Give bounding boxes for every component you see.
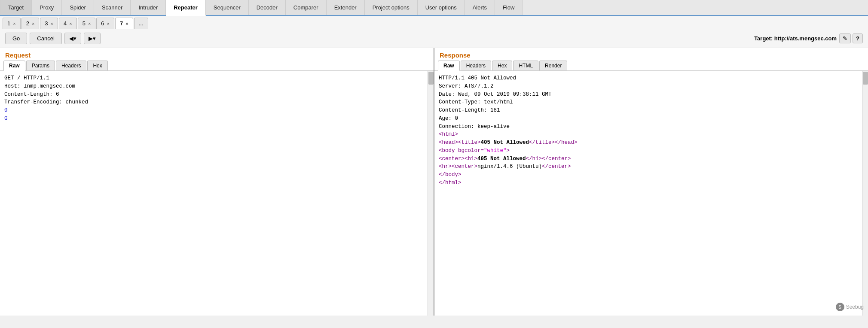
sub-tab-label: 2 bbox=[26, 20, 29, 27]
nav-tab-flow[interactable]: Flow bbox=[495, 0, 523, 15]
sub-tab-7[interactable]: 7× bbox=[115, 18, 133, 29]
forward-arrow: ▶ bbox=[89, 35, 93, 42]
back-button[interactable]: ◀▾ bbox=[64, 33, 81, 44]
nav-tab-spider[interactable]: Spider bbox=[62, 0, 94, 15]
request-panel: Request RawParamsHeadersHex GET / HTTP/1… bbox=[0, 48, 434, 316]
target-label: Target: http://ats.mengsec.com bbox=[754, 35, 837, 42]
response-line: <body bgcolor="white"> bbox=[439, 147, 858, 155]
forward-button[interactable]: ▶▾ bbox=[84, 33, 101, 44]
response-code: HTTP/1.1 405 Not AllowedServer: ATS/7.1.… bbox=[436, 74, 866, 187]
sub-tab-6[interactable]: 6× bbox=[96, 18, 114, 29]
response-line: Date: Wed, 09 Oct 2019 09:38:11 GMT bbox=[439, 91, 858, 99]
response-line: Age: 0 bbox=[439, 115, 858, 123]
request-tab-params[interactable]: Params bbox=[26, 61, 55, 70]
nav-tab-comparer[interactable]: Comparer bbox=[286, 0, 327, 15]
request-content: GET / HTTP/1.1Host: lnmp.mengsec.comCont… bbox=[0, 71, 434, 316]
request-line: Transfer-Encoding: chunked bbox=[4, 98, 423, 106]
request-tab-headers[interactable]: Headers bbox=[56, 61, 86, 70]
target-edit-button[interactable]: ✎ bbox=[839, 33, 851, 43]
sub-tab-2[interactable]: 2× bbox=[21, 18, 40, 29]
response-line: <head><title>405 Not Allowed</title></he… bbox=[439, 139, 858, 147]
response-tab-render[interactable]: Render bbox=[539, 61, 567, 70]
sub-tab-label: 3 bbox=[45, 20, 48, 27]
response-line: HTTP/1.1 405 Not Allowed bbox=[439, 74, 858, 82]
request-code: GET / HTTP/1.1Host: lnmp.mengsec.comCont… bbox=[2, 74, 432, 123]
nav-tab-proxy[interactable]: Proxy bbox=[32, 0, 62, 15]
sub-tab-...[interactable]: ... bbox=[134, 18, 148, 29]
sub-tab-close[interactable]: × bbox=[107, 21, 110, 26]
nav-tab-extender[interactable]: Extender bbox=[327, 0, 365, 15]
response-content: HTTP/1.1 405 Not AllowedServer: ATS/7.1.… bbox=[434, 71, 868, 316]
back-arrow: ◀ bbox=[69, 35, 73, 42]
nav-tab-user-options[interactable]: User options bbox=[418, 0, 465, 15]
nav-tab-intruder[interactable]: Intruder bbox=[131, 0, 166, 15]
sub-tab-4[interactable]: 4× bbox=[59, 18, 77, 29]
seebug-label: Seebug bbox=[846, 304, 864, 310]
request-line: Content-Length: 6 bbox=[4, 91, 423, 99]
sub-tab-5[interactable]: 5× bbox=[78, 18, 96, 29]
top-nav: TargetProxySpiderScannerIntruderRepeater… bbox=[0, 0, 868, 16]
main-area: Request RawParamsHeadersHex GET / HTTP/1… bbox=[0, 48, 868, 316]
response-line: <html> bbox=[439, 131, 858, 139]
request-scrollbar-thumb[interactable] bbox=[428, 72, 434, 85]
response-line: <hr><center>nginx/1.4.6 (Ubuntu)</center… bbox=[439, 163, 858, 171]
sub-tabs: 1×2×3×4×5×6×7×... bbox=[0, 16, 868, 29]
response-title: Response bbox=[434, 48, 868, 61]
response-scrollbar-thumb[interactable] bbox=[863, 72, 868, 85]
sub-tab-close[interactable]: × bbox=[51, 21, 53, 26]
sub-tab-label: 1 bbox=[7, 20, 10, 27]
request-tab-raw[interactable]: Raw bbox=[3, 61, 25, 71]
nav-tab-sequencer[interactable]: Sequencer bbox=[206, 0, 249, 15]
sub-tab-close[interactable]: × bbox=[69, 21, 72, 26]
sub-tab-3[interactable]: 3× bbox=[40, 18, 58, 29]
response-line: <center><h1>405 Not Allowed</h1></center… bbox=[439, 155, 858, 163]
sub-tab-close[interactable]: × bbox=[32, 21, 34, 26]
nav-tab-decoder[interactable]: Decoder bbox=[249, 0, 286, 15]
seebug-watermark: S Seebug bbox=[836, 303, 864, 311]
response-panel: Response RawHeadersHexHTMLRender HTTP/1.… bbox=[434, 48, 868, 316]
response-tab-headers[interactable]: Headers bbox=[461, 61, 491, 70]
response-line: Connection: keep-alive bbox=[439, 123, 858, 131]
sub-tab-1[interactable]: 1× bbox=[3, 18, 21, 29]
response-scrollbar[interactable] bbox=[862, 71, 868, 316]
response-tab-html[interactable]: HTML bbox=[513, 61, 538, 70]
sub-tab-label: 7 bbox=[120, 20, 123, 27]
toolbar: Go Cancel ◀▾ ▶▾ Target: http://ats.mengs… bbox=[0, 29, 868, 48]
request-tab-hex[interactable]: Hex bbox=[87, 61, 107, 70]
response-tabs: RawHeadersHexHTMLRender bbox=[434, 61, 868, 71]
nav-tab-target[interactable]: Target bbox=[0, 0, 32, 15]
response-line: </body> bbox=[439, 171, 858, 179]
response-line: Content-Type: text/html bbox=[439, 98, 858, 106]
go-button[interactable]: Go bbox=[5, 33, 27, 44]
sub-tab-close[interactable]: × bbox=[125, 21, 128, 26]
back-dropdown: ▾ bbox=[73, 35, 76, 42]
sub-tab-label: 5 bbox=[83, 20, 86, 27]
response-line: Content-Length: 181 bbox=[439, 106, 858, 115]
sub-tab-close[interactable]: × bbox=[13, 21, 15, 26]
response-tab-raw[interactable]: Raw bbox=[438, 61, 460, 71]
sub-tab-close[interactable]: × bbox=[88, 21, 91, 26]
response-tab-hex[interactable]: Hex bbox=[492, 61, 512, 70]
request-line: Host: lnmp.mengsec.com bbox=[4, 82, 423, 91]
request-tabs: RawParamsHeadersHex bbox=[0, 61, 434, 71]
nav-tab-repeater[interactable]: Repeater bbox=[166, 0, 206, 16]
sub-tab-label: 6 bbox=[101, 20, 104, 27]
sub-tab-label: 4 bbox=[64, 20, 67, 27]
nav-tab-alerts[interactable]: Alerts bbox=[465, 0, 495, 15]
target-help-button[interactable]: ? bbox=[853, 33, 863, 43]
nav-tab-project-options[interactable]: Project options bbox=[365, 0, 418, 15]
forward-dropdown: ▾ bbox=[93, 35, 96, 42]
sub-tab-label: ... bbox=[139, 20, 144, 27]
request-line: G bbox=[4, 115, 423, 123]
cancel-button[interactable]: Cancel bbox=[30, 33, 61, 44]
response-line: Server: ATS/7.1.2 bbox=[439, 82, 858, 91]
seebug-icon: S bbox=[836, 303, 844, 311]
request-title: Request bbox=[0, 48, 434, 61]
nav-tab-scanner[interactable]: Scanner bbox=[94, 0, 131, 15]
request-line: GET / HTTP/1.1 bbox=[4, 74, 423, 82]
response-line: </html> bbox=[439, 179, 858, 187]
request-scrollbar[interactable] bbox=[428, 71, 434, 316]
request-line: 0 bbox=[4, 106, 423, 115]
